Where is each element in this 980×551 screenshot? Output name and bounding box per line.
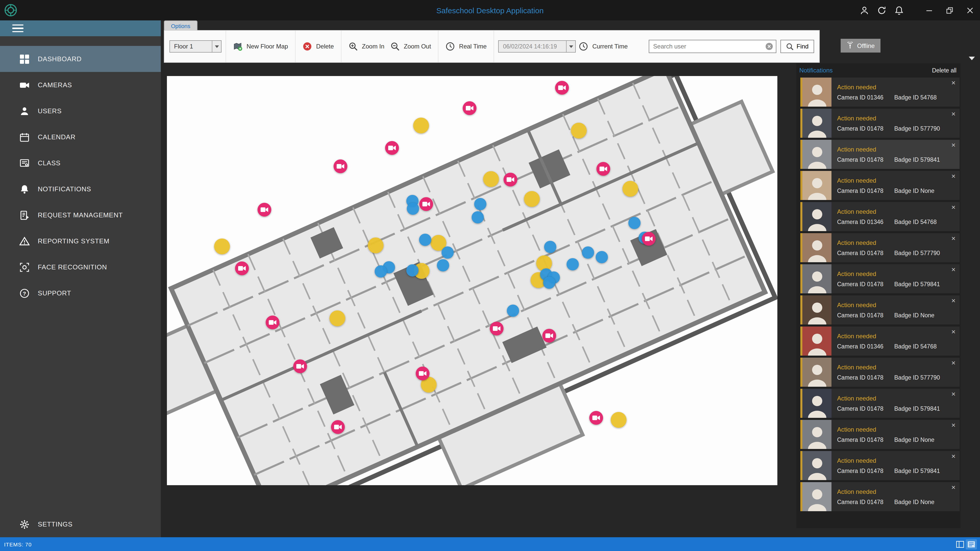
close-notification-icon[interactable]: × <box>951 203 956 211</box>
current-time-button[interactable]: Current Time <box>576 42 631 51</box>
event-marker[interactable] <box>483 171 499 187</box>
close-notification-icon[interactable]: × <box>951 110 956 118</box>
event-marker[interactable] <box>329 310 345 326</box>
search-user-input[interactable] <box>649 43 765 50</box>
camera-marker[interactable] <box>331 420 345 434</box>
event-marker[interactable] <box>622 181 638 197</box>
camera-marker[interactable] <box>589 411 603 424</box>
new-floor-map-button[interactable]: New Floor Map <box>230 42 291 51</box>
camera-marker[interactable] <box>420 197 433 211</box>
person-marker[interactable] <box>406 264 418 276</box>
log-view-icon[interactable] <box>966 539 977 549</box>
minimize-button[interactable] <box>919 0 939 21</box>
notification-card[interactable]: Action neededCamera ID 01478Badge ID Non… <box>800 171 959 200</box>
close-notification-icon[interactable]: × <box>951 328 956 335</box>
close-notification-icon[interactable]: × <box>951 235 956 242</box>
camera-marker[interactable] <box>463 101 476 115</box>
notification-card[interactable]: Action neededCamera ID 01478Badge ID 577… <box>800 233 959 262</box>
camera-marker[interactable] <box>555 81 569 95</box>
layout-panel-icon[interactable] <box>955 539 966 549</box>
close-notification-icon[interactable]: × <box>951 390 956 397</box>
notification-card[interactable]: Action neededCamera ID 01478Badge ID 579… <box>800 389 959 418</box>
sidebar-item-request-management[interactable]: REQUEST MANAGEMENT <box>0 202 161 228</box>
sidebar-item-settings[interactable]: SETTINGS <box>0 511 161 537</box>
camera-marker[interactable] <box>333 159 347 173</box>
close-notification-icon[interactable]: × <box>951 297 956 304</box>
person-marker[interactable] <box>437 259 449 272</box>
hamburger-menu-icon[interactable] <box>12 22 24 35</box>
event-marker[interactable] <box>368 238 383 253</box>
sidebar-item-notifications[interactable]: NOTIFICATIONS <box>0 176 161 202</box>
person-marker[interactable] <box>567 258 579 270</box>
notification-card[interactable]: Action neededCamera ID 01478Badge ID 579… <box>800 264 959 293</box>
camera-marker[interactable] <box>597 162 610 176</box>
delete-button[interactable]: Delete <box>300 42 337 51</box>
sidebar-item-face-recognition[interactable]: FACE RECOGNITION <box>0 254 161 280</box>
event-marker[interactable] <box>413 118 429 133</box>
close-notification-icon[interactable]: × <box>951 79 956 86</box>
close-notification-icon[interactable]: × <box>951 172 956 179</box>
floor-map[interactable] <box>167 76 777 485</box>
notification-card[interactable]: Action neededCamera ID 01478Badge ID 579… <box>800 451 959 480</box>
person-marker[interactable] <box>474 198 486 210</box>
event-marker[interactable] <box>214 239 230 254</box>
close-notification-icon[interactable]: × <box>951 266 956 273</box>
refresh-icon[interactable] <box>873 0 890 21</box>
offline-button[interactable]: Offline <box>841 39 880 52</box>
person-marker[interactable] <box>374 265 387 278</box>
person-marker[interactable] <box>595 251 608 264</box>
sidebar-item-users[interactable]: USERS <box>0 98 161 124</box>
sidebar-item-class[interactable]: CLASS <box>0 150 161 176</box>
camera-marker[interactable] <box>266 316 280 329</box>
person-marker[interactable] <box>582 247 594 259</box>
notification-card[interactable]: Action neededCamera ID 01478Badge ID 577… <box>800 358 959 387</box>
event-marker[interactable] <box>524 191 540 207</box>
floor-select[interactable]: Floor 1 <box>169 40 221 52</box>
person-marker[interactable] <box>544 241 556 253</box>
person-marker[interactable] <box>407 203 419 215</box>
zoom-out-button[interactable]: Zoom Out <box>387 42 434 51</box>
panel-collapse-chevron-icon[interactable] <box>969 57 975 60</box>
notification-card[interactable]: Action neededCamera ID 01346Badge ID 547… <box>800 202 959 231</box>
camera-marker[interactable] <box>490 322 504 335</box>
person-marker[interactable] <box>419 233 431 246</box>
tab-options[interactable]: Options <box>164 21 197 30</box>
camera-marker[interactable] <box>416 367 430 380</box>
camera-marker[interactable] <box>542 329 556 343</box>
sidebar-item-cameras[interactable]: CAMERAS <box>0 72 161 98</box>
close-button[interactable] <box>959 0 980 21</box>
sidebar-item-calendar[interactable]: CALENDAR <box>0 124 161 150</box>
close-notification-icon[interactable]: × <box>951 359 956 366</box>
maximize-button[interactable] <box>939 0 959 21</box>
person-marker[interactable] <box>507 304 519 317</box>
notification-card[interactable]: Action neededCamera ID 01478Badge ID 577… <box>800 109 959 138</box>
camera-marker[interactable] <box>641 232 655 246</box>
close-notification-icon[interactable]: × <box>951 141 956 148</box>
camera-marker[interactable] <box>504 173 517 186</box>
sidebar-item-support[interactable]: ?SUPPORT <box>0 280 161 306</box>
person-marker[interactable] <box>442 246 454 259</box>
sidebar-item-reporting-system[interactable]: REPORTING SYSTEM <box>0 228 161 254</box>
datetime-input[interactable]: 06/02/2024 14:16:19 <box>498 40 576 52</box>
person-marker[interactable] <box>472 211 484 223</box>
zoom-in-button[interactable]: Zoom In <box>345 42 387 51</box>
notification-card[interactable]: Action neededCamera ID 01346Badge ID 547… <box>800 327 959 356</box>
user-icon[interactable] <box>856 0 873 21</box>
clear-search-icon[interactable] <box>765 42 773 51</box>
close-notification-icon[interactable]: × <box>951 453 956 460</box>
bell-icon[interactable] <box>890 0 907 21</box>
camera-marker[interactable] <box>293 360 307 373</box>
camera-marker[interactable] <box>235 262 249 275</box>
person-marker[interactable] <box>543 276 555 289</box>
delete-all-button[interactable]: Delete all <box>932 67 956 73</box>
sidebar-item-dashboard[interactable]: DASHBOARD <box>0 46 161 72</box>
find-button[interactable]: Find <box>780 40 814 53</box>
notification-card[interactable]: Action neededCamera ID 01478Badge ID Non… <box>800 482 959 511</box>
person-marker[interactable] <box>628 217 641 229</box>
event-marker[interactable] <box>611 412 627 428</box>
close-notification-icon[interactable]: × <box>951 484 956 491</box>
camera-marker[interactable] <box>385 141 399 155</box>
notification-card[interactable]: Action neededCamera ID 01346Badge ID 547… <box>800 78 959 106</box>
event-marker[interactable] <box>571 122 587 138</box>
notification-card[interactable]: Action neededCamera ID 01478Badge ID Non… <box>800 420 959 449</box>
